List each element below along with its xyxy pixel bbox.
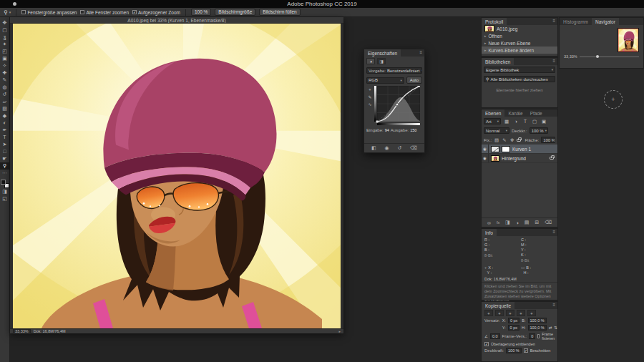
history-item-selected[interactable]: ▸ Kurven-Ebene ändern: [482, 47, 557, 54]
angle-field[interactable]: 0,0: [490, 333, 500, 339]
tab-histogram[interactable]: Histogramm: [560, 18, 592, 25]
curves-plot[interactable]: [374, 86, 420, 126]
navigator-zoom-slider[interactable]: [580, 57, 639, 57]
panel-menu-icon[interactable]: ≡: [550, 302, 557, 309]
tool-gradient[interactable]: ▨: [0, 105, 10, 112]
properties-panel-title[interactable]: Eigenschaften: [364, 49, 401, 57]
clone-source-4-icon[interactable]: ⌖: [517, 310, 525, 316]
background-layer-thumbnail[interactable]: [491, 155, 499, 162]
lock-position-icon[interactable]: ✥: [509, 137, 515, 143]
navigator-preview[interactable]: [618, 28, 639, 52]
tool-shape[interactable]: □: [0, 148, 10, 155]
flip-vertical-icon[interactable]: ⇅: [554, 326, 557, 330]
tool-frame[interactable]: ▣: [0, 55, 10, 62]
curve-target-tool-icon[interactable]: ⌖: [369, 87, 371, 92]
clone-source-1-icon[interactable]: ⌖: [484, 310, 493, 316]
filter-pixel-layers-icon[interactable]: ▦: [503, 119, 510, 124]
offset-y-field[interactable]: 0 px: [508, 325, 519, 331]
clone-source-2-icon[interactable]: ⌖: [495, 310, 504, 316]
tool-dodge[interactable]: ◐: [0, 119, 10, 127]
tool-eyedropper[interactable]: ✧: [0, 62, 10, 69]
preset-dropdown[interactable]: Vorgabe: Benutzerdefiniert ▾: [366, 67, 422, 74]
filter-type-layers-icon[interactable]: T: [522, 119, 529, 124]
checkbox-scrubby-zoom[interactable]: ✓ Aufgezogener Zoom: [132, 10, 180, 15]
fill-field[interactable]: 100 %: [541, 137, 555, 143]
new-adjustment-layer-icon[interactable]: ◑: [516, 220, 519, 225]
filter-shape-layers-icon[interactable]: ▢: [531, 119, 538, 124]
curve-smooth-tool-icon[interactable]: ∿: [368, 102, 371, 107]
document-tab-title[interactable]: A010.jpeg bei 33% (Kurven 1, Ebenenmaske…: [10, 17, 343, 24]
layer-mask-thumbnail[interactable]: [502, 146, 510, 152]
lock-transparent-icon[interactable]: ▨: [494, 137, 499, 143]
filter-type-dropdown[interactable]: Art ▾: [484, 118, 501, 124]
panel-menu-icon[interactable]: ≡: [550, 18, 557, 25]
tool-move[interactable]: ✥: [0, 19, 10, 26]
panel-menu-icon[interactable]: ≡: [417, 49, 424, 57]
filter-smart-object-icon[interactable]: ▣: [540, 119, 547, 124]
foreground-color-swatch[interactable]: [1, 180, 6, 185]
blend-mode-dropdown[interactable]: Normal ▾: [484, 127, 509, 134]
status-zoom-field[interactable]: 33,33%: [13, 329, 31, 334]
clone-source-3-icon[interactable]: ⌖: [506, 310, 514, 316]
filter-adjustment-layers-icon[interactable]: ◑: [512, 119, 519, 124]
show-overlay-checkbox[interactable]: ✓: [484, 342, 489, 346]
tool-path-selection[interactable]: ➤: [0, 141, 10, 148]
library-drop-zone[interactable]: +: [604, 90, 623, 109]
tab-layers[interactable]: Ebenen: [482, 109, 504, 117]
adjustment-tab-icon[interactable]: ◑: [366, 58, 375, 64]
tab-history[interactable]: Protokoll: [482, 18, 507, 25]
visibility-icon[interactable]: ◉: [384, 145, 389, 151]
reset-icon[interactable]: ↺: [397, 145, 401, 151]
navigator-zoom-value[interactable]: 33,33%: [564, 54, 577, 59]
tool-eraser[interactable]: ▱: [0, 98, 10, 105]
layer-row-background[interactable]: ◉ Hintergrund: [482, 154, 557, 163]
button-fit-screen[interactable]: Bildschirmgröße: [215, 9, 255, 16]
opacity-field[interactable]: 100 % ▾: [530, 127, 548, 134]
tool-type[interactable]: T: [0, 134, 10, 141]
curve-pencil-tool-icon[interactable]: ✎: [368, 94, 371, 99]
panel-menu-icon[interactable]: ≡: [550, 229, 557, 236]
tool-lasso[interactable]: ʓ: [0, 34, 10, 41]
clone-source-5-icon[interactable]: ⌖: [527, 310, 536, 316]
delete-adjustment-icon[interactable]: ⌫: [410, 145, 417, 151]
tab-info[interactable]: Info: [482, 229, 497, 236]
tool-blur[interactable]: ◆: [0, 112, 10, 119]
tool-hand[interactable]: ☛: [0, 155, 10, 162]
tool-marquee[interactable]: ▢: [0, 26, 10, 34]
offset-x-field[interactable]: 0 px: [508, 318, 519, 323]
lock-all-icon[interactable]: [517, 139, 521, 142]
tool-preset-caret-icon[interactable]: ▾: [9, 10, 11, 14]
width-field[interactable]: 100,0 %: [528, 318, 547, 323]
library-collection-dropdown[interactable]: Eigene Bibliothek ▾: [484, 67, 555, 73]
height-field[interactable]: 100,0 %: [528, 325, 547, 331]
input-value[interactable]: 94: [385, 128, 389, 132]
layer-row-curves[interactable]: ◉ Kurven 1: [482, 145, 557, 154]
new-group-icon[interactable]: ▤: [525, 220, 530, 225]
library-search-input[interactable]: ⚲ Alle Bibliotheken durchsuchen: [484, 76, 555, 82]
tool-pen[interactable]: ✒: [0, 127, 10, 134]
button-100-percent[interactable]: 100 %: [191, 9, 211, 16]
zoom-tool-icon[interactable]: ⚲: [4, 9, 8, 16]
canvas-area[interactable]: [13, 24, 341, 328]
tab-navigator[interactable]: Navigator: [592, 18, 619, 25]
apple-menu-icon[interactable]: [13, 2, 16, 6]
output-value[interactable]: 150: [410, 128, 416, 132]
overlay-opacity-field[interactable]: 100 %: [506, 348, 522, 353]
tab-libraries[interactable]: Bibliotheken: [482, 58, 514, 65]
screen-mode-icon[interactable]: ◱: [0, 195, 10, 202]
tab-clone-source[interactable]: Kopierquelle: [482, 302, 514, 309]
clipped-checkbox[interactable]: ✓: [524, 348, 528, 353]
new-layer-icon[interactable]: ⊞: [535, 220, 539, 225]
mask-tab-icon[interactable]: ◨: [377, 58, 386, 64]
frame-field[interactable]: 0: [529, 333, 535, 339]
panel-menu-icon[interactable]: ≡: [550, 58, 557, 65]
tab-channels[interactable]: Kanäle: [504, 109, 526, 117]
quick-mask-icon[interactable]: ◨: [0, 188, 10, 195]
tool-brush[interactable]: ✎: [0, 77, 10, 84]
lock-pixels-icon[interactable]: ✎: [502, 137, 507, 143]
tool-healing-brush[interactable]: ✚: [0, 69, 10, 77]
checkbox-zoom-all-windows[interactable]: Alle Fenster zoomen: [80, 10, 129, 15]
delete-layer-icon[interactable]: ⌫: [545, 220, 552, 225]
layer-visibility-cell[interactable]: ◉: [482, 145, 489, 153]
tool-zoom[interactable]: ⚲: [0, 162, 10, 170]
